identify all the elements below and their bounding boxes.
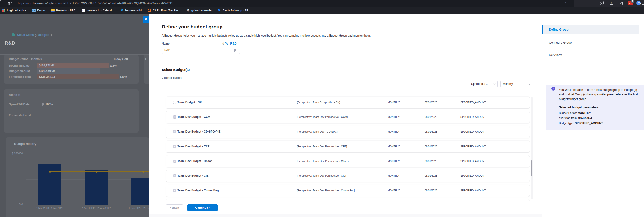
budget-history-card: Budget History $ 160000 $ 0 1 Mar 2023 -… [6,137,149,217]
budget-period: MONTHLY [388,145,400,148]
wizard-step-set-alerts[interactable]: Set Alerts [542,50,639,60]
name-input[interactable] [162,47,240,54]
y-axis-label: $ 160000 [6,152,23,155]
scrollbar-thumb[interactable] [531,160,532,176]
back-button[interactable]: ‹ Back [166,204,183,211]
browser-toolbar: https://app.harness.io/ng/account/wFHXHD… [0,0,644,7]
budget-list: Team Budget - CX [Perspective: Team Pers… [166,96,530,201]
budget-start-date: 08/01/2023 [425,160,437,162]
url-text[interactable]: https://app.harness.io/ng/account/wFHXHD… [18,2,172,5]
param-line: Budget type: SPECIFIED_AMOUNT [559,121,638,126]
continue-button[interactable]: Continue › [187,204,218,211]
bookmark-star-icon[interactable]: ☆ [564,1,567,5]
budget-checkbox[interactable] [173,189,176,192]
budget-row[interactable]: Team Dev Budget - CET [Perspective: Team… [166,141,530,152]
budget-row[interactable]: Team Dev Budget - CCM [Perspective: Team… [166,111,530,123]
bookmark-item[interactable]: ✕ Alerts followup - SR... [218,9,251,12]
select-budgets-heading: Select Budget(s) [162,68,190,72]
budget-checkbox[interactable] [173,145,176,148]
alert-threshold: 100% [46,103,53,106]
forecast-bar: $135,348.33 [37,74,119,79]
wizard-step-define-group[interactable]: Define Group [542,25,639,34]
budget-name-link[interactable]: Team Dev Budget - Chaos [177,159,212,163]
close-icon[interactable]: ✕ [142,16,149,23]
info-icon[interactable] [225,42,228,45]
downloads-icon[interactable] [610,1,613,5]
period-dropdown[interactable]: Monthly [500,81,532,87]
budget-perspective: [Perspective: Team Dev Perspective - CCM… [297,116,348,118]
extensions-icon[interactable] [620,2,623,5]
breadcrumb-separator-icon: ❯ [34,34,37,36]
breadcrumb-budgets[interactable]: Budgets [38,33,49,36]
lastpass-icon[interactable]: ...1 [628,1,632,6]
budget-checkbox[interactable] [173,160,176,163]
axis-line [26,205,149,205]
row-label: Spend Till Date [9,64,30,67]
params-list: Budget Period: MONTHLY Year start from: … [559,111,638,126]
budget-row[interactable]: Team Dev Budget - Comm Eng [Perspective:… [166,185,530,196]
bookmark-label: harness wiki [125,9,142,12]
url-bar[interactable]: https://app.harness.io/ng/account/wFHXHD… [0,0,574,7]
budget-period: MONTHLY [388,174,400,177]
bookmark-item[interactable]: Projects - JIRA [51,9,76,12]
partial-card-text: F [145,58,147,61]
budget-perspective: [Perspective: Team Perspective - CX] [297,101,340,104]
pocket-icon[interactable] [600,1,604,5]
bookmark-item[interactable]: ⊕ gcloud console [186,9,211,12]
bookmark-label: harness.io - Calend... [87,9,114,12]
forecast-percent: 130% [120,75,127,78]
x-axis-label: 1 Feb 2023 - 28 Feb 2023 [129,206,149,210]
budget-row[interactable]: Team Budget - CX [Perspective: Team Pers… [166,96,530,108]
wizard-step-configure-group[interactable]: Configure Group [542,38,639,47]
bookmark-item[interactable]: 31 harness.io - Calend... [82,9,114,12]
budget-type: SPECIFIED_AMOUNT [460,160,486,162]
bookmark-item[interactable]: Login – Lattice [2,9,26,12]
spend-percent: 113% [110,64,117,67]
selected-budget-input[interactable] [162,81,463,87]
budget-name-link[interactable]: Team Dev Budget - CD-SPG-PIE [177,130,220,133]
name-label: Name [162,42,170,45]
spend-value: $118,152.42 [39,64,54,67]
budget-type: SPECIFIED_AMOUNT [460,145,486,148]
id-label: Id [222,42,224,45]
budget-row[interactable]: Team Dev Budget - CIE [Perspective: Team… [166,170,530,182]
bookmark-item[interactable]: CAE - Error Trackin... [148,9,180,12]
y-axis-label: $ 0 [6,203,23,206]
bookmark-item[interactable]: DOMO Domo [32,9,45,12]
budget-row[interactable]: Team Dev Budget - Chaos [Perspective: Te… [166,155,530,167]
breadcrumb-cloud-costs[interactable]: Cloud Costs [17,33,34,36]
lattice-icon [2,9,5,12]
harness-icon: ✕ [120,9,124,12]
bookmark-item[interactable]: ✕ harness wiki [120,9,142,12]
chart-bar [131,178,149,205]
budget-checkbox[interactable] [173,130,176,133]
param-line: Year start from: 07/31/2023 [559,116,638,120]
budget-name-link[interactable]: Team Dev Budget - CET [177,145,209,148]
budget-row[interactable]: Team Dev Budget - CD-SPG-PIE [Perspectiv… [166,126,530,138]
page-title: R&D [5,40,15,46]
alerts-card: Alerts at Spend Till Date 100% Forecaste… [4,90,139,132]
privacy-extension-icon[interactable] [636,1,641,5]
bookmark-label: Login – Lattice [7,9,26,12]
budget-name-link[interactable]: Team Dev Budget - Comm Eng [177,189,218,192]
scrollbar[interactable] [531,97,532,200]
budget-type-dropdown[interactable]: Specified a ... [468,81,498,87]
budget-checkbox[interactable] [173,101,176,104]
x-axis-label: 1 Mar 2023 - 1 Apr 2023 [36,206,63,210]
budget-type: SPECIFIED_AMOUNT [460,101,486,104]
row-label: Forecasted cost [9,114,31,117]
id-row: Id : R&D [222,42,236,45]
budget-checkbox[interactable] [173,174,176,178]
budget-name-link[interactable]: Team Budget - CX [177,100,202,104]
budget-name-link[interactable]: Team Dev Budget - CCM [177,115,210,118]
budget-amount-value: $104,450.00 [39,69,55,72]
budget-line-point [142,170,144,173]
bell-icon [42,103,44,105]
budget-name-link[interactable]: Team Dev Budget - CIE [177,174,208,178]
spend-bar: $118,152.42 [37,63,108,68]
tracking-protection-icon[interactable] [8,2,12,5]
param-line: Budget Period: MONTHLY [559,111,638,115]
menu-icon[interactable] [642,2,644,4]
jira-icon [51,9,54,12]
budget-checkbox[interactable] [173,116,176,118]
